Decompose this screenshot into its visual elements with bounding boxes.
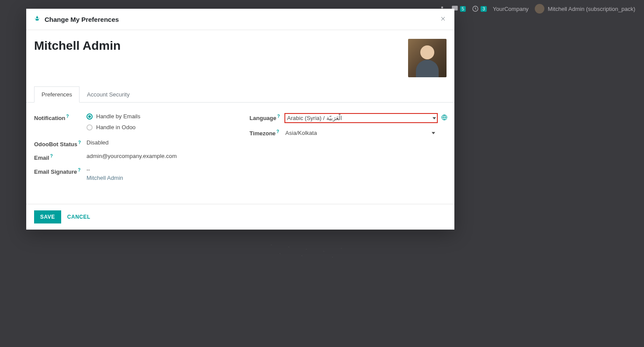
timezone-row: Timezone? Asia/Kolkata [249,128,447,137]
language-select[interactable]: Arabic (Syria) / الْعَرَبيّة [284,113,438,123]
timezone-select[interactable]: Asia/Kolkata [284,128,437,137]
company-name[interactable]: YourCompany [493,6,529,12]
left-column: Notification? Handle by Emails Handle in… [34,113,232,186]
user-name-heading: Mitchell Admin [34,39,121,53]
bug-icon[interactable] [34,16,40,23]
modal-title: Change My Preferences [45,16,440,23]
radio-label: Handle by Emails [96,113,140,120]
tab-content: Notification? Handle by Emails Handle in… [34,103,447,199]
radio-circle-unchecked [87,124,93,131]
timezone-label: Timezone? [249,128,284,137]
tab-account-security[interactable]: Account Security [80,86,137,103]
language-row: Language? Arabic (Syria) / الْعَرَبيّة [249,113,447,123]
tabs-bar: Preferences Account Security [26,86,454,103]
background-decoration [262,240,371,266]
modal-header: Change My Preferences [26,9,454,30]
profile-image[interactable] [408,39,447,77]
cancel-button[interactable]: CANCEL [67,214,90,220]
globe-icon[interactable] [441,114,447,122]
language-select-wrap: Arabic (Syria) / الْعَرَبيّة [284,113,447,123]
radio-circle-checked [87,113,93,120]
close-icon[interactable] [440,15,447,24]
email-row: Email? admin@yourcompany.example.com [34,153,232,161]
odoobot-value: Disabled [87,139,232,146]
odoobot-row: OdooBot Status? Disabled [34,139,232,148]
svg-point-2 [36,16,38,18]
signature-value: -- Mitchell Admin [87,167,232,181]
user-menu[interactable]: Mitchell Admin (subscription_pack) [535,4,635,14]
notification-row: Notification? Handle by Emails Handle in… [34,113,232,131]
user-display-name: Mitchell Admin (subscription_pack) [548,6,635,12]
avatar [535,4,544,14]
email-label: Email? [34,153,87,161]
signature-row: Email Signature? -- Mitchell Admin [34,167,232,181]
messages-badge: 5 [460,6,466,12]
language-label: Language? [249,113,284,121]
help-icon[interactable]: ? [78,140,81,145]
notification-radio-group: Handle by Emails Handle in Odoo [87,113,232,131]
help-icon[interactable]: ? [50,154,53,158]
signature-line1: -- [87,167,232,173]
tab-preferences[interactable]: Preferences [34,86,80,103]
modal-body: Mitchell Admin Preferences Account Secur… [26,30,454,204]
signature-label: Email Signature? [34,167,87,175]
email-value: admin@yourcompany.example.com [87,153,232,159]
help-icon[interactable]: ? [277,114,280,119]
help-icon[interactable]: ? [277,129,279,134]
modal-footer: SAVE CANCEL [26,204,454,230]
help-icon[interactable]: ? [66,114,69,119]
svg-point-0 [441,7,443,9]
radio-label: Handle in Odoo [96,124,135,131]
radio-handle-in-odoo[interactable]: Handle in Odoo [87,124,232,131]
notification-label: Notification? [34,113,87,121]
radio-handle-by-emails[interactable]: Handle by Emails [87,113,232,120]
save-button[interactable]: SAVE [34,210,61,223]
top-bar: 5 3 YourCompany Mitchell Admin (subscrip… [439,0,644,17]
activities-badge: 3 [481,6,487,12]
odoobot-label: OdooBot Status? [34,139,87,148]
preferences-modal: Change My Preferences Mitchell Admin Pre… [26,9,454,230]
signature-line2: Mitchell Admin [87,175,232,181]
right-column: Language? Arabic (Syria) / الْعَرَبيّة [249,113,447,186]
activities-icon[interactable]: 3 [472,5,487,12]
user-header: Mitchell Admin [34,39,447,77]
help-icon[interactable]: ? [78,168,80,172]
